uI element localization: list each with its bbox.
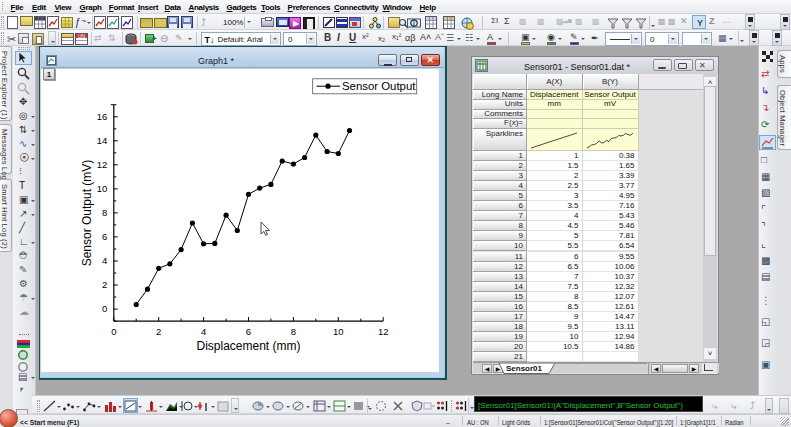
svg-text:8: 8 (291, 326, 296, 337)
svg-text:10: 10 (333, 326, 344, 337)
svg-text:6: 6 (246, 326, 251, 337)
svg-text:0: 0 (102, 303, 107, 314)
svg-text:Sensor Output (mV): Sensor Output (mV) (80, 160, 94, 267)
svg-text:2: 2 (102, 279, 107, 290)
svg-text:4: 4 (102, 255, 107, 266)
svg-text:Displacement (mm): Displacement (mm) (196, 339, 300, 353)
svg-text:14: 14 (97, 135, 108, 146)
svg-text:Sensor Output: Sensor Output (342, 80, 416, 92)
svg-text:12: 12 (378, 326, 389, 337)
svg-text:2: 2 (156, 326, 161, 337)
svg-text:16: 16 (97, 111, 108, 122)
svg-text:4: 4 (201, 326, 206, 337)
svg-text:0: 0 (111, 326, 116, 337)
svg-text:12: 12 (97, 159, 108, 170)
svg-text:6: 6 (102, 231, 107, 242)
svg-text:10: 10 (97, 183, 108, 194)
svg-text:8: 8 (102, 207, 107, 218)
